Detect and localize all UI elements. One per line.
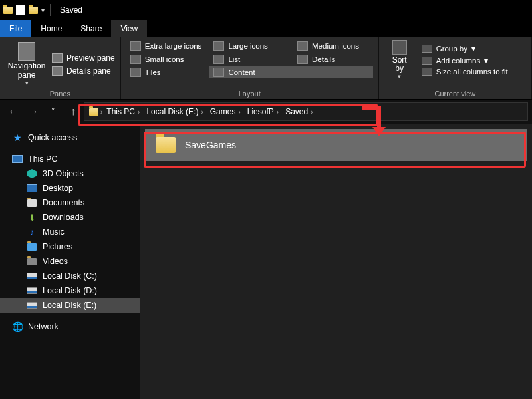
forward-button[interactable]: → [24,102,43,121]
layout-content[interactable]: Content [209,66,372,78]
columns-icon [422,57,432,65]
drive-icon [27,271,37,281]
chevron-right-icon: › [238,108,240,116]
ribbon-group-layout: Extra large icons Large icons Medium ico… [121,37,379,99]
document-icon [27,198,37,207]
folder-icon [88,106,99,117]
ribbon: Navigation pane ▾ Preview pane Details p… [0,37,532,100]
quick-access-icon[interactable] [16,5,25,15]
layout-tiles[interactable]: Tiles [126,66,206,78]
address-bar[interactable]: › This PC › Local Disk (E:) › Games › Li… [84,102,528,121]
desktop-icon [27,184,37,193]
sidebar-item-music[interactable]: ♪Music [0,225,140,239]
folder-icon [156,137,176,153]
chevron-right-icon: › [201,108,203,116]
breadcrumb-item[interactable]: This PC › [104,107,142,116]
preview-pane-icon [52,53,63,63]
app-folder-icon [3,5,13,15]
size-columns-button[interactable]: Size all columns to fit [422,68,508,76]
navigation-pane-icon [18,42,35,61]
folder-item-savegames[interactable]: SaveGames [145,129,527,161]
list-icon [213,55,224,64]
chevron-down-icon: ▾ [471,44,475,53]
layout-medium[interactable]: Medium icons [293,40,373,52]
ribbon-group-panes: Navigation pane ▾ Preview pane Details p… [0,37,121,99]
chevron-right-icon: › [138,108,140,116]
videos-icon [27,257,37,266]
menubar: File Home Share View [0,20,532,37]
tab-home[interactable]: Home [31,20,71,37]
drive-icon [27,286,37,295]
chevron-down-icon: ▾ [25,80,29,86]
cube-icon [27,169,37,178]
star-icon: ★ [12,133,23,142]
sidebar-item-network[interactable]: 🌐Network [0,319,140,334]
sidebar-item-local-disk-c[interactable]: Local Disk (C:) [0,269,140,283]
sidebar-item-this-pc[interactable]: This PC [0,152,140,166]
sidebar-item-local-disk-d[interactable]: Local Disk (D:) [0,283,140,298]
grid-icon [297,41,308,51]
grid-icon [213,41,224,51]
tiles-icon [130,68,141,77]
group-by-button[interactable]: Group by ▾ [422,44,508,53]
breadcrumb-item[interactable]: Local Disk (E:) › [144,107,205,116]
resize-icon [422,68,432,76]
divider [50,4,51,16]
download-icon: ⬇ [27,213,37,222]
sidebar-item-desktop[interactable]: Desktop [0,181,140,196]
chevron-down-icon: ▾ [484,56,488,65]
chevron-down-icon: ▾ [398,73,401,80]
chevron-right-icon[interactable]: › [100,108,102,116]
group-label-currentview: Current view [384,88,526,98]
breadcrumb-item[interactable]: LiesofP › [245,107,281,116]
breadcrumb-item[interactable]: Saved › [283,107,315,116]
recent-dropdown[interactable]: ˅ [44,102,63,121]
pictures-icon [27,242,37,251]
tab-file[interactable]: File [0,20,31,37]
workspace: ★Quick access This PC 3D Objects Desktop… [0,124,532,399]
tab-share[interactable]: Share [71,20,111,37]
back-button[interactable]: ← [4,102,23,121]
details-pane-icon [52,66,63,76]
window-title: Saved [60,5,82,15]
list-icon [297,55,308,64]
sidebar-item-3d-objects[interactable]: 3D Objects [0,166,140,181]
explorer-icon [28,5,39,15]
sidebar-item-documents[interactable]: Documents [0,196,140,210]
group-label-panes: Panes [5,88,115,98]
sidebar-item-pictures[interactable]: Pictures [0,239,140,254]
details-pane-button[interactable]: Details pane [52,66,115,76]
pc-icon [12,154,23,164]
sidebar-item-videos[interactable]: Videos [0,254,140,269]
network-icon: 🌐 [12,322,23,331]
grid-icon [130,41,141,51]
breadcrumb-item[interactable]: Games › [207,107,243,116]
tab-view[interactable]: View [111,20,147,37]
layout-large[interactable]: Large icons [209,40,289,52]
sort-by-button[interactable]: Sort by ▾ [384,40,415,80]
sidebar-item-quick-access[interactable]: ★Quick access [0,130,140,145]
sidebar-item-local-disk-e[interactable]: Local Disk (E:) [0,298,140,313]
content-icon [213,68,224,77]
titlebar: ▾ Saved [0,0,532,20]
layout-small[interactable]: Small icons [126,53,206,65]
layout-list[interactable]: List [209,53,289,65]
chevron-right-icon: › [311,108,313,116]
content-area[interactable]: SaveGames [140,124,532,399]
grid-icon [130,55,141,64]
layout-details[interactable]: Details [293,53,373,65]
add-columns-button[interactable]: Add columns ▾ [422,56,508,65]
up-button[interactable]: ↑ [64,102,82,121]
folder-name: SaveGames [185,140,236,150]
group-icon [422,45,432,53]
sidebar-item-downloads[interactable]: ⬇Downloads [0,210,140,225]
layout-extra-large[interactable]: Extra large icons [126,40,206,52]
sidebar: ★Quick access This PC 3D Objects Desktop… [0,124,140,399]
nav-row: ← → ˅ ↑ › This PC › Local Disk (E:) › Ga… [0,100,532,124]
ribbon-group-currentview: Sort by ▾ Group by ▾ Add columns ▾ Size … [379,37,532,99]
sort-icon [392,40,407,55]
drive-icon [27,301,37,310]
preview-pane-button[interactable]: Preview pane [52,53,115,63]
navigation-pane-button[interactable]: Navigation pane ▾ [5,40,48,88]
qat-dropdown[interactable]: ▾ [41,7,45,14]
